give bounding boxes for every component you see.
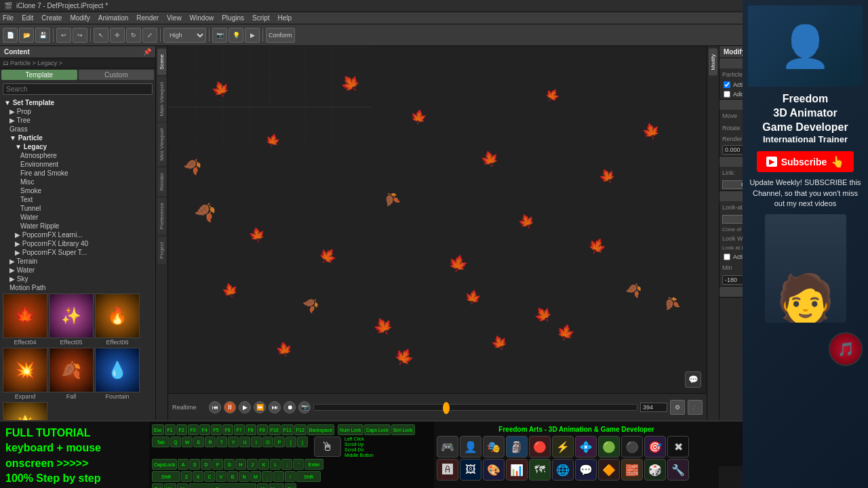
tree-item-terrain[interactable]: ▶ Terrain (1, 257, 154, 266)
key-esc[interactable]: Esc (152, 424, 164, 435)
key-caps[interactable]: CapsLock (152, 459, 177, 470)
key-m[interactable]: M (250, 471, 261, 482)
key-f5[interactable]: F5 (211, 424, 222, 435)
tree-item-popcorn1[interactable]: ▶ PopcornFX Learni... (1, 230, 154, 239)
key-num-lock[interactable]: Num Lock (338, 424, 363, 435)
stop-btn[interactable]: ⏮ (209, 401, 221, 413)
key-u[interactable]: U (239, 436, 250, 447)
key-rbracket[interactable]: ] (297, 436, 308, 447)
key-slash[interactable]: / (285, 471, 296, 482)
key-f7[interactable]: F7 (234, 424, 245, 435)
app-icon-disc[interactable]: 💬 (575, 459, 597, 481)
chat-icon[interactable]: 💬 (685, 371, 701, 388)
thumb-fall[interactable]: 🍂 Fall (49, 348, 94, 401)
app-icon-sub[interactable]: 🟢 (598, 436, 620, 458)
app-icon-marv[interactable]: 💠 (575, 436, 597, 458)
key-f3[interactable]: F3 (188, 424, 199, 435)
menu-create[interactable]: Create (41, 14, 62, 22)
thumb-effect04[interactable]: 🍁 Effect04 (3, 293, 47, 346)
key-f4[interactable]: F4 (199, 424, 210, 435)
key-alt-l[interactable]: Alt (177, 483, 188, 488)
menu-file[interactable]: File (3, 14, 14, 22)
app-icon-chrome[interactable]: 🌐 (552, 459, 574, 481)
toolbar-new[interactable]: 📄 (3, 28, 18, 43)
tree-item-popcorn3[interactable]: ▶ PopcornFX Super T... (1, 248, 154, 257)
toolbar-move[interactable]: ✛ (110, 28, 125, 43)
key-w[interactable]: W (182, 436, 193, 447)
tab-custom[interactable]: Custom (79, 70, 155, 80)
tree-item-tunnel[interactable]: Tunnel (1, 204, 154, 213)
tree-item-particle[interactable]: ▼ Particle (1, 134, 154, 142)
key-f8[interactable]: F8 (245, 424, 256, 435)
thumb-fountain[interactable]: 💧 Fountain (95, 348, 140, 401)
app-icon-zb[interactable]: 🔶 (598, 459, 620, 481)
toolbar-undo[interactable]: ↩ (56, 28, 71, 43)
key-h[interactable]: H (235, 459, 246, 470)
side-tab-scene[interactable]: Scene (157, 49, 166, 75)
end-btn[interactable]: ⏭ (269, 401, 281, 413)
tree-item-tree[interactable]: ▶ Tree (1, 116, 154, 125)
key-a[interactable]: A (178, 459, 189, 470)
key-shift-l[interactable]: Shift (152, 471, 180, 482)
key-r[interactable]: R (205, 436, 216, 447)
key-f[interactable]: F (212, 459, 223, 470)
app-icon-x[interactable]: ✖ (667, 436, 689, 458)
menu-view[interactable]: View (167, 14, 182, 22)
key-space[interactable]: Space (189, 483, 256, 488)
key-b[interactable]: B (227, 471, 238, 482)
menu-script[interactable]: Script (252, 14, 270, 22)
key-v[interactable]: V (216, 471, 226, 482)
side-tab-modify[interactable]: Modify (709, 49, 717, 76)
key-f11[interactable]: F11 (281, 424, 294, 435)
tree-item-motion-path[interactable]: Motion Path (1, 283, 154, 292)
app-icon-ic7[interactable]: 🎮 (437, 436, 458, 458)
toolbar-scale[interactable]: ⤢ (142, 28, 157, 43)
app-icon-cc[interactable]: 🎯 (644, 436, 666, 458)
key-f2[interactable]: F2 (176, 424, 187, 435)
toolbar-select[interactable]: ↖ (94, 28, 108, 43)
key-period[interactable]: . (273, 471, 284, 482)
key-e[interactable]: E (193, 436, 204, 447)
timeline-cam-btn[interactable]: 🎥 (688, 400, 703, 415)
key-j[interactable]: J (247, 459, 258, 470)
app-icon-cc4[interactable]: 👤 (460, 436, 481, 458)
tree-item-set-template[interactable]: ▼ Set Template (1, 98, 154, 107)
key-i[interactable]: I (251, 436, 262, 447)
timeline-track[interactable] (313, 404, 637, 411)
key-y[interactable]: Y (228, 436, 239, 447)
app-icon-unreal[interactable]: ⚫ (621, 436, 643, 458)
timeline-playhead[interactable] (443, 402, 450, 414)
toolbar-open[interactable]: 📂 (19, 28, 34, 43)
toolbar-redo[interactable]: ↪ (73, 28, 87, 43)
toolbar-rotate[interactable]: ↻ (126, 28, 141, 43)
toolbar-camera[interactable]: 📷 (212, 28, 227, 43)
key-o[interactable]: O (262, 436, 273, 447)
key-tab[interactable]: Tab (152, 436, 170, 447)
tree-item-misc[interactable]: Misc (1, 178, 154, 186)
activate-checkbox[interactable] (724, 81, 730, 88)
timeline-settings-btn[interactable]: ⚙ (670, 400, 685, 415)
camera-rec-btn[interactable]: 📷 (298, 401, 311, 413)
menu-window[interactable]: Window (190, 14, 214, 22)
key-scrl-lock[interactable]: Scrl Lock (391, 424, 415, 435)
tree-item-sky[interactable]: ▶ Sky (1, 274, 154, 283)
menu-animation[interactable]: Animation (98, 14, 128, 22)
frame-number-input[interactable] (640, 403, 667, 412)
app-icon-rig[interactable]: 🅰 (437, 459, 458, 481)
key-d[interactable]: D (201, 459, 212, 470)
fast-fwd-btn[interactable]: ⏩ (254, 401, 266, 413)
tree-item-water2[interactable]: ▶ Water (1, 266, 154, 274)
menu-plugins[interactable]: Plugins (222, 14, 244, 22)
side-tab-main-viewport[interactable]: Main Viewport (157, 77, 166, 122)
key-n[interactable]: N (239, 471, 250, 482)
record-btn[interactable]: ⏺ (283, 401, 296, 413)
app-icon-extra[interactable]: 🔧 (667, 459, 689, 481)
app-icon-rd[interactable]: 📊 (506, 459, 528, 481)
tree-item-legacy[interactable]: ▼ Legacy (1, 142, 154, 151)
tree-item-grass[interactable]: Grass (1, 125, 154, 134)
tree-item-fire-smoke[interactable]: Fire and Smoke (1, 169, 154, 178)
thumb-effect05[interactable]: ✨ Effect05 (49, 293, 94, 346)
key-caps-lock2[interactable]: Caps Lock (364, 424, 391, 435)
app-icon-maps[interactable]: 🗺 (529, 459, 551, 481)
app-icon-ps[interactable]: 🖼 (460, 459, 481, 481)
